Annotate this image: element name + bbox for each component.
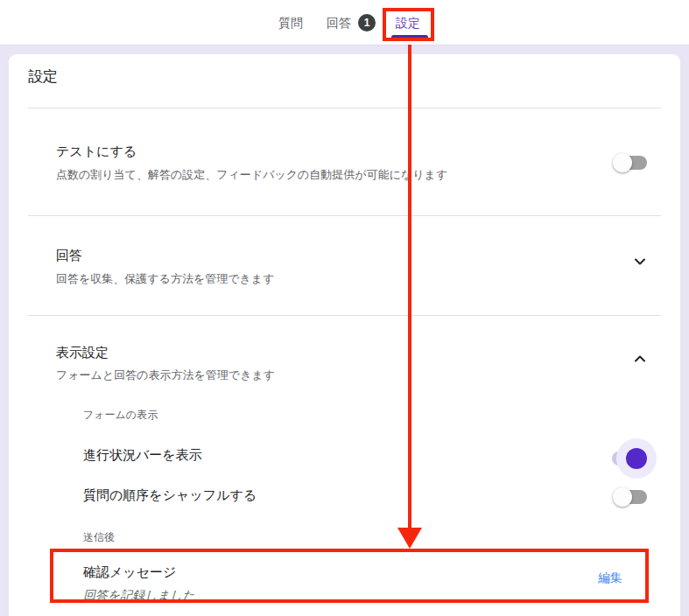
quiz-title: テストにする [56, 144, 447, 159]
setting-row-confirmation-message: 確認メッセージ 回答を記録しました 編集 [83, 564, 622, 603]
toggle-thumb [613, 153, 632, 172]
settings-card: 設定 テストにする 点数の割り当て、解答の設定、フィードバックの自動提供が可能に… [9, 54, 680, 616]
tab-questions[interactable]: 質問 [278, 14, 303, 32]
chevron-up-icon[interactable] [633, 352, 647, 366]
confirmation-title: 確認メッセージ [83, 564, 195, 580]
toggle-thumb [613, 487, 632, 507]
setting-row-shuffle: 質問の順序をシャッフルする [83, 486, 647, 504]
tab-answers-label: 回答 [327, 14, 351, 32]
shuffle-toggle[interactable] [615, 490, 647, 504]
form-display-group-label: フォームの表示 [83, 408, 680, 422]
presentation-desc: フォームと回答の表示方法を管理できます [56, 368, 275, 382]
tab-answers[interactable]: 回答 1 [327, 14, 376, 32]
quiz-toggle[interactable] [615, 156, 647, 170]
page-title: 設定 [28, 68, 661, 86]
google-forms-settings-screen: 質問 回答 1 設定 設定 テストにする 点数の割り当て、解答の設定、フィードバ… [0, 0, 689, 616]
progress-bar-toggle[interactable] [608, 434, 654, 476]
tab-settings[interactable]: 設定 [396, 14, 420, 32]
after-submit-group-label: 送信後 [83, 530, 680, 544]
quiz-desc: 点数の割り当て、解答の設定、フィードバックの自動提供が可能になります [56, 168, 447, 182]
confirmation-message-text: 回答を記録しました [83, 587, 195, 603]
form-tab-bar: 質問 回答 1 設定 [0, 0, 689, 46]
progress-bar-label: 進行状況バーを表示 [83, 446, 202, 464]
toggle-thumb [626, 448, 647, 469]
shuffle-label: 質問の順序をシャッフルする [83, 486, 257, 504]
setting-row-responses[interactable]: 回答 回答を収集、保護する方法を管理できます [9, 216, 680, 286]
edit-confirmation-link[interactable]: 編集 [598, 570, 622, 585]
responses-title: 回答 [56, 248, 274, 263]
responses-desc: 回答を収集、保護する方法を管理できます [56, 272, 274, 286]
setting-row-progress-bar: 進行状況バーを表示 [83, 444, 647, 466]
answers-count-badge: 1 [358, 14, 376, 32]
presentation-title: 表示設定 [56, 345, 275, 360]
chevron-down-icon[interactable] [633, 255, 647, 269]
setting-row-quiz: テストにする 点数の割り当て、解答の設定、フィードバックの自動提供が可能になりま… [9, 108, 680, 182]
setting-row-presentation[interactable]: 表示設定 フォームと回答の表示方法を管理できます [9, 316, 680, 382]
active-tab-indicator [391, 35, 428, 39]
